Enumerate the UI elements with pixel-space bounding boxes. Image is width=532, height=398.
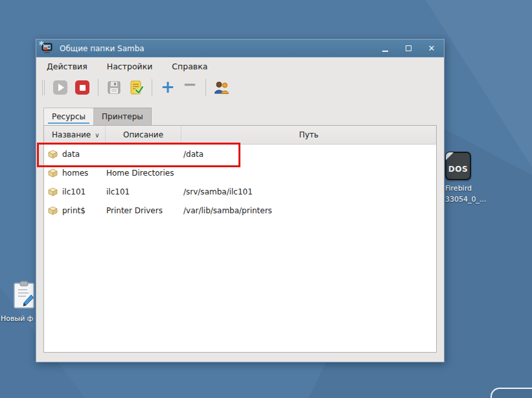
column-header-description[interactable]: Описание [106,126,181,144]
table-row-ilc101[interactable]: ilc101ilc101/srv/samba/ilc101 [44,182,436,201]
cell-share-name: print$ [44,205,106,216]
table-row-homes[interactable]: homesHome Directories [44,163,436,182]
modified-asterisk: * [39,40,44,51]
share-package-icon [47,187,58,197]
share-name-text: print$ [62,206,86,215]
table-row-data[interactable]: data/data [44,145,436,163]
maximize-button[interactable] [404,44,413,53]
users-icon [213,80,230,95]
menu-bar: Действия Настройки Справка [36,58,444,75]
minimize-icon [382,51,388,52]
app-icon: * [41,43,54,54]
folded-corner-icon [446,152,454,160]
toolbar-separator [98,79,98,96]
cell-share-description: Printer Drivers [106,206,181,215]
toolbar-drag-handle[interactable] [42,80,45,95]
cell-share-name: homes [44,168,106,178]
close-icon: ✕ [428,44,435,53]
cell-share-path: /data [181,150,436,159]
tab-printers[interactable]: Принтеры [94,108,152,125]
desktop-icon-label-line2: 33054_0_... [445,194,486,205]
tab-resources[interactable]: Ресурсы [43,108,94,125]
column-header-path[interactable]: Путь [181,126,436,144]
desktop-icon-firebird-dos-file[interactable]: DOS Firebird 33054_0_... [445,152,486,205]
minus-icon: − [183,76,197,93]
add-share-button[interactable]: + [159,78,177,97]
stop-icon [75,80,89,95]
remove-share-button[interactable]: − [181,78,199,97]
share-package-icon [47,168,58,178]
cell-share-name: data [44,149,106,159]
window-title: Общие папки Samba [60,44,145,53]
close-button[interactable]: ✕ [427,44,436,53]
sort-descending-icon: ∨ [95,132,99,139]
desktop-icon-new-file[interactable] [13,281,35,312]
table-row-print[interactable]: print$Printer Drivers/var/lib/samba/prin… [44,201,436,220]
maximize-icon [406,45,411,51]
users-button[interactable] [213,78,231,97]
menu-settings[interactable]: Настройки [106,60,154,73]
column-header-name-label: Название [52,130,91,139]
share-name-text: data [62,150,80,159]
dos-file-icon-text: DOS [448,165,468,179]
toolbar-separator [152,79,152,96]
tab-bar: Ресурсы Принтеры [36,108,444,125]
apply-button[interactable] [127,78,145,97]
desktop-icon-label-new-file: Новый ф [1,313,33,324]
minimize-button[interactable] [380,44,389,53]
cell-share-description: ilc101 [106,187,181,196]
save-button[interactable] [105,78,123,97]
toolbar-separator [205,79,206,96]
samba-shares-window: * Общие папки Samba ✕ Действия Настройки… [36,39,445,362]
clipboard-pencil-icon [13,281,35,309]
menu-help[interactable]: Справка [170,60,209,73]
apply-icon [128,80,144,95]
share-name-text: ilc101 [62,187,86,196]
cell-share-description: Home Directories [106,169,181,178]
save-icon [106,80,122,95]
column-header-name[interactable]: Название ∨ [44,126,106,144]
dos-file-icon: DOS [445,152,471,180]
table-body: data/datahomesHome Directoriesilc101ilc1… [44,145,436,352]
share-package-icon [47,149,58,159]
share-package-icon [47,205,58,216]
shares-table: Название ∨ Описание Путь data/datahomesH… [43,125,437,353]
toolbar: +− [36,75,444,100]
desktop-icon-label-line1: Firebird [445,183,486,194]
table-header: Название ∨ Описание Путь [44,126,436,145]
panel-corner-outline [491,388,532,398]
plus-icon: + [161,78,175,95]
run-icon [53,80,67,95]
titlebar[interactable]: * Общие папки Samba ✕ [36,40,444,58]
run-button[interactable] [51,78,69,97]
cell-share-path: /srv/samba/ilc101 [181,187,436,196]
stop-button[interactable] [73,78,91,97]
cell-share-path: /var/lib/samba/printers [181,206,436,215]
cell-share-name: ilc101 [44,187,106,197]
share-name-text: homes [62,169,88,178]
desktop: { "desktop": { "background_color": "#527… [0,0,532,398]
menu-actions[interactable]: Действия [45,60,89,73]
